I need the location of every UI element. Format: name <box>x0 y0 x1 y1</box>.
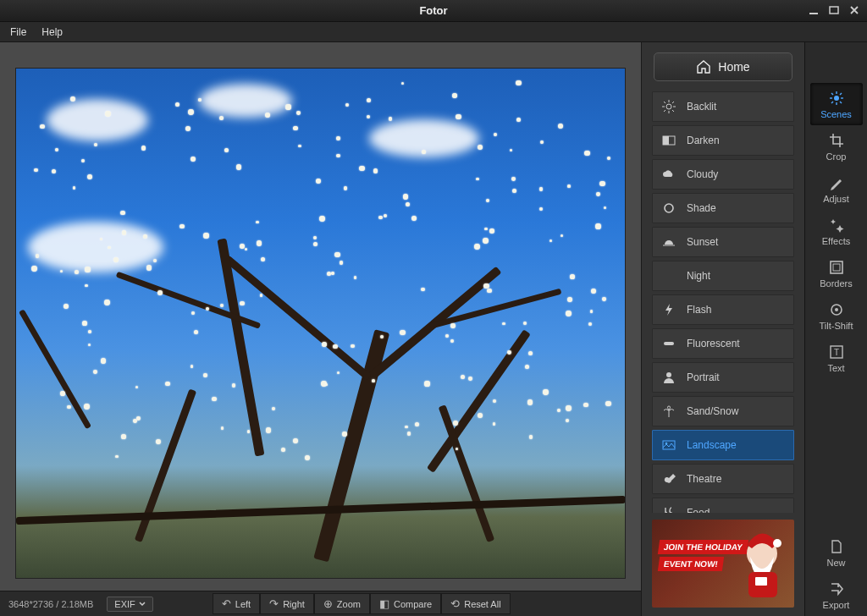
sunset-icon <box>661 234 676 250</box>
tool-tab-label: Text <box>827 363 844 373</box>
rotate-right-icon: ↷ <box>269 597 279 610</box>
scene-label: Fluorescent <box>687 338 740 349</box>
rotate-left-label: Left <box>235 599 251 609</box>
landscape-icon <box>661 437 676 453</box>
canvas-area: /* decorative only */ 3648*2736 / 2.18MB… <box>0 42 641 616</box>
scene-label: Night <box>687 270 710 282</box>
app-title: Fotor <box>419 4 447 17</box>
main: /* decorative only */ 3648*2736 / 2.18MB… <box>0 42 867 616</box>
maximize-button[interactable] <box>825 2 843 19</box>
new-icon <box>828 538 845 555</box>
cloud-icon <box>661 167 676 182</box>
svg-line-28 <box>831 93 833 95</box>
tilt-shift-icon <box>828 301 845 318</box>
rotate-right-button[interactable]: ↷Right <box>260 593 314 614</box>
menu-file[interactable]: File <box>10 26 26 38</box>
tool-tab-label: Scenes <box>820 109 852 119</box>
scene-item-flash[interactable]: Flash <box>652 294 794 325</box>
reset-all-button[interactable]: ⟲Reset All <box>441 593 510 614</box>
zoom-button[interactable]: ⊕Zoom <box>314 593 370 614</box>
scene-item-fluorescent[interactable]: Fluorescent <box>652 328 794 359</box>
canvas-holder: /* decorative only */ <box>0 42 641 591</box>
scene-label: Cloudy <box>687 168 718 180</box>
adjust-icon <box>828 174 845 191</box>
svg-rect-15 <box>664 342 674 345</box>
minimize-button[interactable] <box>804 2 823 19</box>
rotate-left-button[interactable]: ↶Left <box>213 593 260 614</box>
scene-item-backlit[interactable]: Backlit <box>652 91 794 122</box>
image-info: 3648*2736 / 2.18MB <box>8 599 93 609</box>
tool-tab-adjust[interactable]: Adjust <box>810 168 863 210</box>
scene-label: Darken <box>687 135 720 146</box>
close-button[interactable] <box>845 2 864 19</box>
scene-item-landscape[interactable]: Landscape <box>652 430 794 460</box>
scenes-panel: Home BacklitDarkenCloudyShadeSunsetNight… <box>641 42 804 616</box>
compare-button[interactable]: ◧Compare <box>370 593 441 614</box>
tool-tab-new[interactable]: New <box>810 531 863 574</box>
scene-label: Sand/Snow <box>687 405 738 417</box>
svg-point-16 <box>666 372 671 377</box>
home-label: Home <box>718 60 749 74</box>
tool-tab-label: Adjust <box>823 194 849 204</box>
scene-item-darken[interactable]: Darken <box>652 125 794 156</box>
scene-item-shade[interactable]: Shade <box>652 193 794 223</box>
tool-tab-label: Crop <box>826 151 847 162</box>
scene-label: Sunset <box>687 236 718 248</box>
home-icon <box>696 59 711 74</box>
palm-icon <box>661 404 676 419</box>
svg-line-8 <box>672 110 674 112</box>
scene-item-food[interactable]: Food <box>652 498 794 513</box>
compare-label: Compare <box>394 599 432 609</box>
tool-tab-label: Borders <box>820 278 853 289</box>
scene-item-sunset[interactable]: Sunset <box>652 227 794 257</box>
effects-icon <box>828 217 845 234</box>
scene-label: Flash <box>687 304 711 316</box>
ad-banner[interactable]: JOIN THE HOLIDAY EVENT NOW! <box>652 520 794 608</box>
tube-icon <box>661 336 676 351</box>
menubar: File Help <box>0 22 867 42</box>
tool-tab-effects[interactable]: Effects <box>810 210 863 252</box>
circle-icon <box>661 201 676 216</box>
rotate-right-label: Right <box>283 599 305 609</box>
tool-tab-scenes[interactable]: Scenes <box>810 83 863 125</box>
tool-tab-export[interactable]: Export <box>810 574 863 616</box>
scene-list[interactable]: BacklitDarkenCloudyShadeSunsetNightFlash… <box>642 91 804 513</box>
tool-tab-borders[interactable]: Borders <box>810 252 863 294</box>
scene-label: Theatre <box>687 473 721 485</box>
utensils-icon <box>661 505 676 513</box>
tool-tab-label: New <box>826 558 845 568</box>
menu-help[interactable]: Help <box>41 26 63 38</box>
reset-icon: ⟲ <box>450 597 460 610</box>
bolt-icon <box>661 302 676 317</box>
tool-tab-tiltshift[interactable]: Tilt-Shift <box>810 294 863 337</box>
svg-point-2 <box>666 104 671 109</box>
compare-icon: ◧ <box>379 597 389 610</box>
scene-item-portrait[interactable]: Portrait <box>652 362 794 393</box>
svg-point-20 <box>773 539 781 547</box>
photo-preview[interactable]: /* decorative only */ <box>15 68 626 579</box>
ad-line2: EVENT NOW! <box>658 557 724 571</box>
exif-button[interactable]: EXIF <box>107 597 152 612</box>
svg-line-7 <box>664 102 665 103</box>
tool-tab-text[interactable]: TText <box>810 337 863 379</box>
exif-label: EXIF <box>114 599 135 609</box>
scene-item-night[interactable]: Night <box>652 261 794 291</box>
titlebar: Fotor <box>0 0 867 22</box>
tool-tab-crop[interactable]: Crop <box>810 125 863 168</box>
home-button[interactable]: Home <box>654 52 792 81</box>
scene-label: Portrait <box>687 371 720 383</box>
scene-item-theatre[interactable]: Theatre <box>652 464 794 494</box>
santa-image <box>730 528 789 601</box>
svg-line-31 <box>831 102 833 103</box>
darken-icon <box>661 133 676 148</box>
scene-label: Shade <box>687 202 716 214</box>
tools-sidebar: ScenesCropAdjustEffectsBordersTilt-Shift… <box>804 42 867 616</box>
zoom-label: Zoom <box>337 599 361 609</box>
reset-all-label: Reset All <box>464 599 500 609</box>
moon-icon <box>661 268 676 283</box>
svg-line-29 <box>840 102 842 103</box>
scene-item-sandsnow[interactable]: Sand/Snow <box>652 396 794 426</box>
scenes-icon <box>828 90 845 107</box>
scene-label: Backlit <box>687 101 716 113</box>
scene-item-cloudy[interactable]: Cloudy <box>652 159 794 190</box>
